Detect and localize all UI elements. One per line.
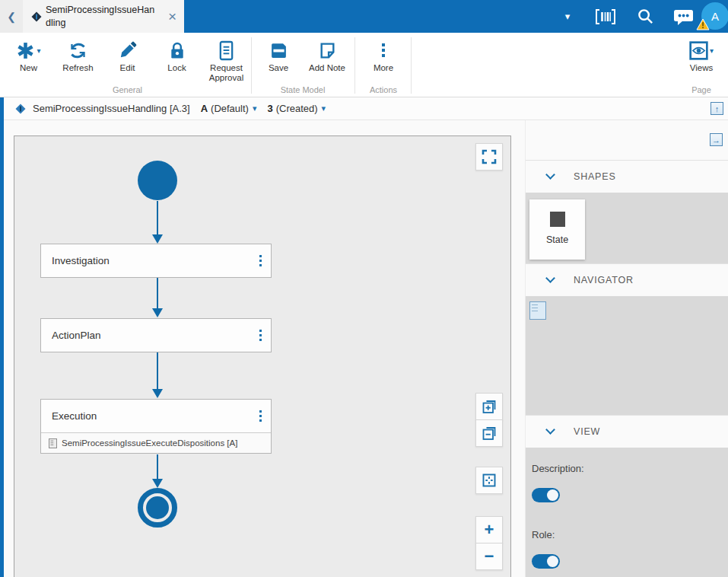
view-section-header[interactable]: VIEW [526,415,728,448]
ribbon-group-label-general: General [4,85,251,94]
more-button-label: More [359,63,408,73]
shape-item-label: State [546,234,568,245]
state-model-canvas[interactable]: Investigation ActionPlan Execution SemiP… [14,135,511,577]
chevron-down-icon: ▾ [565,11,571,22]
description-toggle[interactable] [532,488,560,502]
ribbon-group-label-actions: Actions [358,85,409,94]
transition-line [157,454,158,479]
state-label: ActionPlan [52,330,101,341]
save-button[interactable]: Save [254,38,303,73]
zoom-out-button[interactable]: − [475,543,503,570]
shapes-section-body: State [526,193,728,263]
views-button[interactable]: ▾ Views [677,38,726,73]
view-header-label: VIEW [574,426,600,437]
start-node[interactable] [138,161,177,200]
state-actionplan[interactable]: ActionPlan [40,318,272,352]
request-approval-button[interactable]: Request Approval [202,38,251,83]
state-label: Execution [52,410,97,422]
search-icon [637,8,654,25]
state-menu-icon[interactable] [259,255,262,267]
sequence-dropdown-caret[interactable]: ▾ [322,104,326,113]
warning-badge[interactable] [696,18,710,33]
role-toggle-label: Role: [532,529,555,540]
request-approval-button-label: Request Approval [202,63,251,83]
state-label: Investigation [52,255,110,266]
role-toggle[interactable] [532,554,560,569]
ribbon-separator [354,37,355,94]
arrowhead-icon [152,389,163,398]
navigator-header-label: NAVIGATOR [574,275,634,285]
fit-to-screen-button[interactable] [475,143,503,171]
more-button[interactable]: More [359,38,408,73]
barcode-scan-button[interactable] [593,0,618,33]
object-title[interactable]: SemiProcessingIssueHandling [A.3] [33,103,190,114]
ribbon-group-label-state-model: State Model [254,85,351,94]
state-investigation[interactable]: Investigation [40,244,272,278]
lock-button[interactable]: Lock [153,38,202,83]
eye-views-icon [689,41,708,60]
fit-corners-icon [482,149,497,164]
shape-item-state[interactable]: State [529,199,585,260]
sequence-value[interactable]: 3 [267,103,272,114]
search-button[interactable] [634,0,656,33]
refresh-button[interactable]: Refresh [54,38,103,83]
right-arrow-icon: → [712,135,720,145]
issue-diamond-icon [15,104,26,114]
chevron-down-icon: ▾ [37,46,40,55]
chevron-left-icon: ❮ [7,11,16,23]
refresh-button-label: Refresh [54,63,103,73]
chevron-down-icon [545,170,555,180]
expand-all-button[interactable] [475,393,503,420]
pencil-edit-icon [119,41,137,59]
sequence-qualifier: (Created) [276,103,318,114]
overflow-caret-button[interactable]: ▾ [556,0,579,33]
chevron-down-icon [545,425,555,435]
navigator-section-header[interactable]: NAVIGATOR [526,263,728,296]
add-note-button-label: Add Note [303,63,351,73]
state-sub-item[interactable]: SemiProcessingIssueExecuteDispositions [… [41,432,271,453]
new-button[interactable]: ▾ New [5,38,53,83]
lock-button-label: Lock [153,63,202,73]
end-node[interactable] [138,488,177,528]
ribbon-group-general: ▾ New Refresh [4,33,251,97]
open-panel-button[interactable]: → [710,133,723,146]
approval-document-icon [218,40,235,61]
right-panel: → SHAPES State NAVIGATOR VIEW Descriptio… [525,120,728,577]
ribbon-separator [411,37,412,94]
revision-value[interactable]: A [201,103,208,114]
zoom-in-button[interactable]: + [475,516,503,544]
ribbon-group-page: ▾ Views Page [676,33,726,97]
barcode-icon [595,8,616,25]
sub-item-label: SemiProcessingIssueExecuteDispositions [… [62,438,237,448]
maximize-summary-button[interactable]: ↑ [711,102,723,115]
edit-button[interactable]: Edit [103,38,152,83]
avatar-initial: A [711,10,719,23]
transition-line [157,278,158,308]
state-execution[interactable]: Execution SemiProcessingIssueExecuteDisp… [40,399,272,454]
views-button-label: Views [677,63,726,73]
revision-qualifier: (Default) [211,103,249,114]
new-button-label: New [5,63,53,73]
add-note-button[interactable]: Add Note [303,38,351,73]
pan-mode-button[interactable] [475,467,503,494]
pan-crosshair-icon [481,472,498,489]
state-menu-icon[interactable] [259,410,262,422]
state-shape-icon [550,212,565,227]
collapse-all-button[interactable] [475,419,503,447]
minus-icon: − [485,548,494,565]
transition-line [157,201,158,235]
messages-button[interactable] [671,0,695,33]
revision-dropdown-caret[interactable]: ▾ [253,104,257,113]
close-icon[interactable]: × [168,9,176,24]
shapes-section-header[interactable]: SHAPES [526,160,728,193]
state-menu-icon[interactable] [259,330,262,342]
back-button[interactable]: ❮ [0,0,23,33]
navigator-thumbnail[interactable] [529,301,546,320]
save-button-label: Save [254,63,303,73]
tab-semiprocessingissuehandling[interactable]: SemiProcessingIssueHandling × [23,0,184,33]
chat-icon [672,8,695,26]
ribbon-separator [251,37,252,94]
arrowhead-icon [152,479,163,488]
plus-icon: + [485,521,494,538]
up-arrow-icon: ↑ [715,104,720,113]
